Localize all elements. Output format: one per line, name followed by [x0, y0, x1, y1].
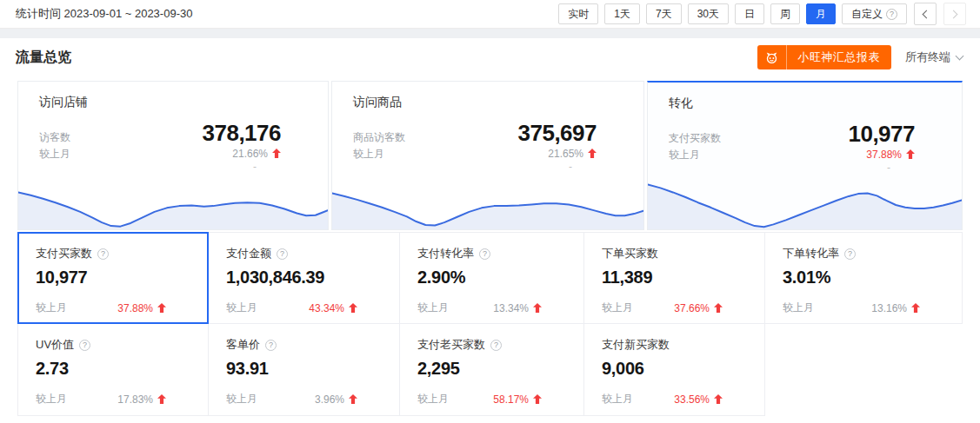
- arrow-up-icon: [714, 394, 723, 404]
- change-row: 43.34%: [309, 302, 357, 314]
- metric-cell-pay-conversion-rate[interactable]: 支付转化率? 2.90% 较上月 13.34%: [400, 232, 584, 324]
- range-button-month[interactable]: 月: [806, 3, 836, 24]
- overview-tab-item-visits[interactable]: 访问商品 商品访客数 375,697 较上月 21.65% -: [331, 81, 644, 230]
- arrow-up-icon: [157, 303, 166, 313]
- metric-value: 2.73: [36, 359, 196, 379]
- top-toolbar: 统计时间 2023-09-01 ~ 2023-09-30 实时 1天 7天 30…: [0, 0, 980, 29]
- sparkline-chart: [18, 181, 328, 229]
- range-button-1day[interactable]: 1天: [604, 3, 640, 24]
- header-controls: 小旺神汇总报表 所有终端: [757, 45, 963, 69]
- help-icon[interactable]: ?: [844, 248, 856, 260]
- metric-cell-pay-amount[interactable]: 支付金额? 1,030,846.39 较上月 43.34%: [209, 232, 400, 324]
- traffic-overview-panel: 访问店铺 访客数 378,176 较上月 21.66% - 访问商品 商品访客数…: [0, 76, 980, 416]
- metric-value: 375,697: [518, 121, 597, 146]
- help-icon[interactable]: ?: [79, 340, 90, 351]
- metric-value: 9,006: [602, 359, 752, 379]
- arrow-up-icon: [588, 149, 597, 158]
- range-button-custom[interactable]: 自定义 ?: [842, 3, 907, 24]
- metric-name: 支付买家数: [36, 246, 92, 261]
- metric-name: 客单价: [226, 337, 260, 353]
- overview-cards: 访问店铺 访客数 378,176 较上月 21.66% - 访问商品 商品访客数…: [17, 81, 963, 230]
- metric-label: 商品访客数: [353, 130, 518, 145]
- compare-label: 较上月: [417, 392, 449, 406]
- metric-grid: 支付买家数? 10,977 较上月 37.88% 支付金额? 1,030,846…: [17, 232, 963, 416]
- metric-cell-order-buyers[interactable]: 下单买家数 11,389 较上月 37.66%: [584, 232, 765, 324]
- range-button-label: 1天: [614, 7, 630, 22]
- metric-cell-pay-old-buyers[interactable]: 支付老买家数? 2,295 较上月 58.17%: [400, 324, 584, 416]
- change-row: 13.16%: [871, 302, 920, 314]
- change-value: 21.65%: [548, 148, 583, 160]
- compare-label: 较上月: [39, 147, 203, 162]
- metric-value: 93.91: [226, 359, 387, 379]
- change-row: 13.34%: [493, 302, 542, 314]
- metric-name: 支付转化率: [417, 246, 474, 261]
- help-icon[interactable]: ?: [479, 248, 490, 260]
- range-button-label: 周: [780, 7, 790, 22]
- help-icon[interactable]: ?: [886, 9, 897, 20]
- range-button-label: 7天: [656, 7, 672, 22]
- prev-period-button[interactable]: [914, 3, 937, 25]
- range-button-label: 自定义: [851, 7, 883, 22]
- metric-name: 支付金额: [226, 246, 271, 261]
- change-row: 21.65%: [518, 148, 597, 160]
- range-button-week[interactable]: 周: [770, 3, 800, 24]
- metric-cell-order-conversion-rate[interactable]: 下单转化率? 3.01% 较上月 13.16%: [765, 232, 963, 324]
- chevron-down-icon: [956, 51, 964, 60]
- secondary-change-placeholder: -: [203, 162, 281, 171]
- change-value: 58.17%: [493, 393, 529, 406]
- metric-value: 11,389: [602, 268, 752, 288]
- metric-cell-pay-buyers[interactable]: 支付买家数? 10,977 较上月 37.88%: [17, 232, 209, 324]
- change-row: 17.83%: [117, 393, 166, 406]
- metric-value: 10,977: [36, 268, 196, 288]
- change-row: 37.88%: [848, 149, 915, 161]
- summary-report-button[interactable]: 小旺神汇总报表: [757, 45, 892, 69]
- stat-time-label: 统计时间 2023-09-01 ~ 2023-09-30: [16, 6, 192, 22]
- range-button-label: 日: [744, 7, 755, 22]
- metric-cell-avg-order-value[interactable]: 客单价? 93.91 较上月 3.96%: [209, 324, 400, 416]
- change-row: 33.56%: [674, 393, 723, 406]
- arrow-up-icon: [349, 303, 357, 313]
- arrow-up-icon: [533, 394, 542, 404]
- terminal-filter-dropdown[interactable]: 所有终端: [905, 50, 963, 65]
- metric-label: 访客数: [39, 130, 203, 145]
- next-period-button[interactable]: [943, 3, 966, 25]
- help-icon[interactable]: ?: [490, 340, 502, 351]
- help-icon[interactable]: ?: [265, 340, 277, 351]
- range-button-day[interactable]: 日: [735, 3, 764, 24]
- metric-cell-pay-new-buyers[interactable]: 支付新买家数 9,006 较上月 33.56%: [584, 324, 765, 416]
- card-metrics: 访客数 378,176 较上月 21.66% -: [18, 110, 328, 171]
- compare-label: 较上月: [602, 301, 633, 315]
- overview-tab-shop-visits[interactable]: 访问店铺 访客数 378,176 较上月 21.66% -: [17, 81, 329, 230]
- chevron-left-icon: [923, 10, 931, 18]
- section-header: 流量总览 小旺神汇总报表 所有终端: [0, 38, 980, 76]
- compare-label: 较上月: [353, 147, 518, 162]
- chevron-right-icon: [950, 10, 958, 18]
- arrow-up-icon: [272, 149, 281, 158]
- range-button-realtime[interactable]: 实时: [558, 3, 598, 24]
- help-icon[interactable]: ?: [97, 248, 109, 260]
- compare-label: 较上月: [36, 392, 67, 406]
- change-value: 43.34%: [309, 302, 344, 314]
- metric-value: 1,030,846.39: [226, 268, 387, 288]
- secondary-change-placeholder: -: [518, 162, 597, 171]
- metric-name: 下单转化率: [783, 246, 839, 261]
- card-metrics: 商品访客数 375,697 较上月 21.65% -: [332, 110, 643, 171]
- range-button-label: 实时: [568, 7, 589, 22]
- change-row: 3.96%: [315, 393, 357, 406]
- metric-value: 378,176: [203, 121, 281, 146]
- range-button-label: 月: [816, 7, 826, 22]
- metric-cell-uv-value[interactable]: UV价值? 2.73 较上月 17.83%: [17, 324, 209, 416]
- overview-tab-conversion[interactable]: 转化 支付买家数 10,977 较上月 37.88% -: [647, 81, 963, 230]
- range-button-30day[interactable]: 30天: [688, 3, 729, 24]
- help-icon[interactable]: ?: [277, 248, 288, 260]
- change-value: 37.88%: [117, 302, 153, 314]
- range-button-7day[interactable]: 7天: [646, 3, 682, 24]
- change-row: 37.66%: [674, 302, 723, 314]
- sparkline-chart: [332, 181, 643, 229]
- metric-grid-row-1: 支付买家数? 10,977 较上月 37.88% 支付金额? 1,030,846…: [17, 232, 963, 324]
- change-row: 37.88%: [117, 302, 166, 314]
- date-range-controls: 实时 1天 7天 30天 日 周 月 自定义 ?: [558, 3, 966, 25]
- arrow-up-icon: [714, 303, 723, 313]
- metric-grid-row-2: UV价值? 2.73 较上月 17.83% 客单价? 93.91 较上月 3.9…: [17, 324, 963, 416]
- compare-label: 较上月: [417, 301, 449, 315]
